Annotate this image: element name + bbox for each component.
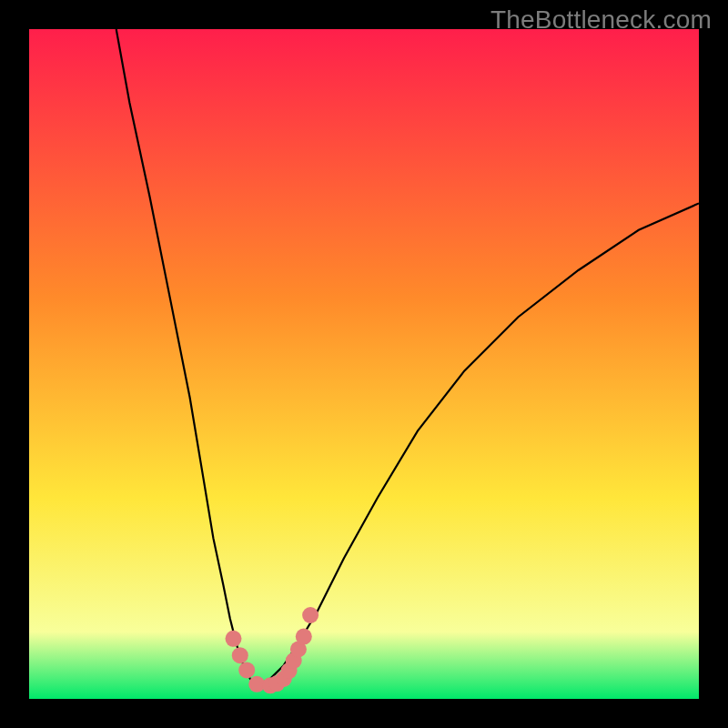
marker-point bbox=[302, 607, 318, 623]
watermark-text: TheBottleneck.com bbox=[490, 5, 712, 35]
marker-point bbox=[296, 629, 312, 645]
chart-svg bbox=[29, 29, 699, 699]
marker-point bbox=[238, 662, 255, 678]
gradient-background bbox=[29, 29, 699, 699]
marker-point bbox=[232, 647, 248, 663]
marker-point bbox=[226, 631, 242, 647]
plot-area bbox=[29, 29, 699, 699]
chart-frame: TheBottleneck.com bbox=[0, 0, 728, 728]
